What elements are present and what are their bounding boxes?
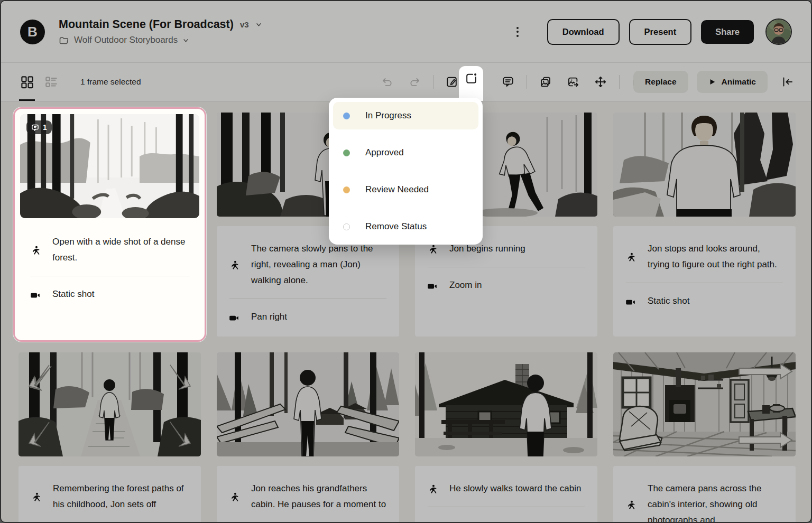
animatic-button[interactable]: Animatic xyxy=(697,71,768,93)
note-divider xyxy=(31,276,190,276)
frame-8-notes[interactable]: The camera pans across the cabin's inter… xyxy=(613,466,796,523)
note-divider xyxy=(428,267,585,267)
action-note[interactable]: Jon stops and looks around, trying to fi… xyxy=(625,241,784,273)
draw-icon xyxy=(446,76,458,88)
play-icon xyxy=(708,78,716,86)
collapse-panel-icon xyxy=(781,76,794,88)
comment-count-badge[interactable]: 1 xyxy=(26,120,52,134)
menu-item-in-progress[interactable]: In Progress xyxy=(333,102,478,129)
action-note[interactable]: Open with a wide shot of a dense forest. xyxy=(30,234,191,266)
menu-item-remove-status[interactable]: Remove Status xyxy=(333,213,478,240)
brand-logo[interactable]: B xyxy=(20,20,45,44)
note-divider xyxy=(428,507,585,507)
redo-icon xyxy=(409,76,421,88)
animatic-label: Animatic xyxy=(722,77,756,87)
app-header: B Mountain Scene (For Broadcast) v3 Wolf… xyxy=(1,1,811,63)
comment-icon xyxy=(502,76,514,88)
comment-button[interactable] xyxy=(496,70,520,94)
action-text: Jon reaches his grandfathers cabin. He p… xyxy=(251,481,387,512)
menu-item-label: Remove Status xyxy=(365,221,427,232)
list-view-icon xyxy=(44,75,58,89)
status-dropdown-menu: In Progress Approved Review Needed Remov… xyxy=(329,98,483,245)
replace-image-button[interactable] xyxy=(561,70,585,94)
status-dot-blue xyxy=(343,113,350,119)
action-icon xyxy=(625,483,636,523)
action-note[interactable]: He slowly walks toward the cabin xyxy=(427,481,586,497)
frame-5-notes[interactable]: Remembering the forest paths of his chil… xyxy=(19,466,201,523)
frame-7-image[interactable] xyxy=(415,352,597,456)
menu-item-approved[interactable]: Approved xyxy=(333,139,478,166)
action-note[interactable]: Jon reaches his grandfathers cabin. He p… xyxy=(228,481,387,512)
menu-item-label: Approved xyxy=(365,147,404,158)
frame-1-image[interactable]: 1 xyxy=(20,114,199,218)
camera-note[interactable]: Zoom in xyxy=(427,277,586,293)
breadcrumb[interactable]: Wolf Outdoor Storyboards xyxy=(59,35,262,45)
action-icon xyxy=(427,243,438,257)
action-note[interactable]: The camera slowly pans to the right, rev… xyxy=(228,241,387,288)
project-name: Wolf Outdoor Storyboards xyxy=(74,35,178,45)
present-button[interactable]: Present xyxy=(629,19,692,45)
replace-image-icon xyxy=(567,76,579,88)
camera-text: Static shot xyxy=(52,286,94,302)
frame-8-image[interactable] xyxy=(613,352,796,456)
grid-view-icon xyxy=(20,75,34,89)
duplicate-image-button[interactable] xyxy=(534,70,557,94)
camera-note[interactable]: Static shot xyxy=(30,286,191,302)
frame-4-image[interactable] xyxy=(613,113,796,217)
action-note[interactable]: Remembering the forest paths of his chil… xyxy=(30,481,189,512)
list-view-button[interactable] xyxy=(39,63,63,101)
frame-card-4[interactable]: Jon stops and looks around, trying to fi… xyxy=(613,113,796,337)
status-dot-green xyxy=(343,150,350,156)
undo-button[interactable] xyxy=(375,70,399,94)
action-note[interactable]: The camera pans across the cabin's inter… xyxy=(625,481,784,523)
replace-button[interactable]: Replace xyxy=(633,71,688,93)
action-icon xyxy=(427,483,438,497)
frame-status-button[interactable] xyxy=(459,66,483,101)
version-label[interactable]: v3 xyxy=(240,20,249,29)
camera-text: Pan right xyxy=(251,309,287,325)
frame-5-image[interactable] xyxy=(19,352,201,456)
camera-icon xyxy=(30,288,41,302)
frame-7-notes[interactable]: He slowly walks toward the cabin xyxy=(415,466,597,523)
action-text: He slowly walks toward the cabin xyxy=(449,481,581,497)
frame-toolbar: 1 frame selected xyxy=(1,63,811,101)
camera-note[interactable]: Static shot xyxy=(625,293,784,309)
frame-card-6[interactable]: Jon reaches his grandfathers cabin. He p… xyxy=(217,352,399,523)
more-options-icon[interactable] xyxy=(513,24,522,40)
redo-button[interactable] xyxy=(403,70,426,94)
status-dot-empty xyxy=(343,223,350,230)
collapse-panel-button[interactable] xyxy=(776,70,799,94)
action-icon xyxy=(625,243,636,273)
frame-card-5[interactable]: Remembering the forest paths of his chil… xyxy=(19,352,201,523)
menu-item-review-needed[interactable]: Review Needed xyxy=(333,176,478,203)
comment-icon xyxy=(31,124,39,132)
share-button[interactable]: Share xyxy=(701,20,754,44)
download-button[interactable]: Download xyxy=(547,19,620,45)
move-button[interactable] xyxy=(589,70,612,94)
action-text: Remembering the forest paths of his chil… xyxy=(53,481,189,512)
camera-icon xyxy=(427,279,438,293)
storyboard-app: B Mountain Scene (For Broadcast) v3 Wolf… xyxy=(0,0,812,523)
camera-icon xyxy=(228,311,239,325)
frame-6-image[interactable] xyxy=(217,352,399,456)
camera-text: Zoom in xyxy=(449,277,482,293)
chevron-down-icon[interactable] xyxy=(255,21,262,28)
action-icon xyxy=(30,236,41,266)
frame-6-notes[interactable]: Jon reaches his grandfathers cabin. He p… xyxy=(217,466,399,523)
frame-card-1[interactable]: 1 Open with a wide shot of a dense fores… xyxy=(13,107,206,342)
duplicate-image-icon xyxy=(539,76,552,88)
frame-1-notes[interactable]: Open with a wide shot of a dense forest.… xyxy=(20,218,199,335)
action-icon xyxy=(30,483,41,512)
frame-4-notes[interactable]: Jon stops and looks around, trying to fi… xyxy=(613,226,796,337)
camera-note[interactable]: Pan right xyxy=(228,309,387,325)
frame-card-8[interactable]: The camera pans across the cabin's inter… xyxy=(613,352,796,523)
user-avatar[interactable] xyxy=(765,18,792,45)
note-divider xyxy=(626,283,783,283)
camera-icon xyxy=(625,295,636,309)
grid-view-button[interactable] xyxy=(15,63,39,101)
menu-item-label: Review Needed xyxy=(365,184,429,195)
action-text: Jon stops and looks around, trying to fi… xyxy=(648,241,784,273)
undo-icon xyxy=(381,76,393,88)
frame-card-7[interactable]: He slowly walks toward the cabin xyxy=(415,352,597,523)
menu-item-label: In Progress xyxy=(365,110,411,121)
